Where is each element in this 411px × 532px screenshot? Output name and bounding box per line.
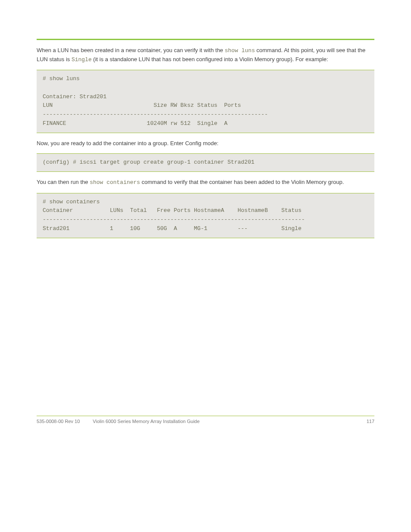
inline-command: show containers xyxy=(90,179,140,186)
inline-status: Single xyxy=(72,56,92,63)
code-config-group: (config) # iscsi target group create gro… xyxy=(37,153,374,172)
code-show-luns: # show luns Container: Strad201 LUN Size… xyxy=(37,70,374,133)
paragraph-1: When a LUN has been created in a new con… xyxy=(37,46,374,64)
text: command to verify that the container has… xyxy=(142,179,344,185)
paragraph-2: Now, you are ready to add the container … xyxy=(37,139,374,148)
footer-page-number: 117 xyxy=(367,418,374,425)
paragraph-3: You can then run the show containers com… xyxy=(37,178,374,187)
text: When a LUN has been created in a new con… xyxy=(37,47,224,53)
footer-doc-rev: 535-0008-00 Rev 10 xyxy=(37,418,80,425)
code-show-containers: # show containers Container LUNs Total F… xyxy=(37,193,374,238)
text: (it is a standalone LUN that has not bee… xyxy=(93,56,328,62)
page-footer: 535-0008-00 Rev 10 Violin 6000 Series Me… xyxy=(37,416,374,425)
spacer xyxy=(37,244,374,429)
inline-command: show luns xyxy=(224,47,255,54)
top-rule xyxy=(37,39,374,40)
footer-doc-title: Violin 6000 Series Memory Array Installa… xyxy=(93,418,199,425)
page: When a LUN has been created in a new con… xyxy=(0,0,411,447)
text: You can then run the xyxy=(37,179,90,185)
